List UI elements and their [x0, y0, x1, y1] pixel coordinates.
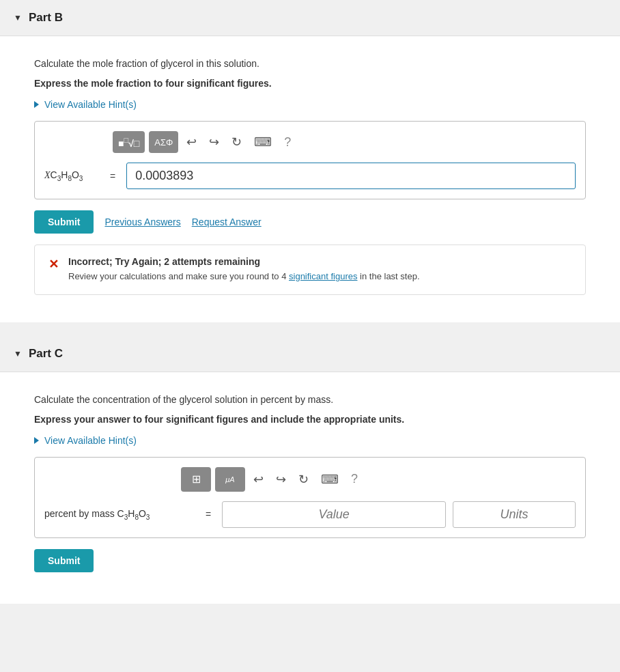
part-c-header: ▼ Part C	[0, 336, 620, 372]
part-b-toolbar: ■□√□ ΑΣΦ ↩ ↪ ↻ ⌨ ?	[44, 131, 576, 153]
part-b-hint-link[interactable]: View Available Hint(s)	[34, 99, 137, 110]
hint-arrow-icon	[34, 101, 39, 108]
part-c-title: Part C	[29, 347, 63, 361]
grid-template-button[interactable]: ⊞	[181, 467, 211, 492]
part-b-actions-row: Submit Previous Answers Request Answer	[34, 210, 586, 234]
part-b-title: Part B	[29, 11, 63, 25]
sub-3h8o3: 3	[57, 175, 61, 182]
part-b-description: Calculate the mole fraction of glycerol …	[34, 57, 586, 71]
part-b-instruction: Express the mole fraction to four signif…	[34, 76, 586, 91]
keyboard-c-button[interactable]: ⌨	[317, 471, 343, 488]
keyboard-button[interactable]: ⌨	[250, 133, 276, 151]
refresh-button[interactable]: ↻	[227, 133, 246, 151]
part-c-units-input[interactable]	[453, 501, 576, 528]
request-answer-button[interactable]: Request Answer	[192, 216, 262, 227]
part-c-equation-equals: =	[206, 509, 211, 520]
section-divider	[0, 322, 620, 336]
refresh-c-button[interactable]: ↻	[294, 471, 313, 488]
math-icon: ■□√□	[118, 136, 139, 149]
part-c-equation-label: percent by mass C3H8O3	[44, 508, 195, 521]
hint-c-arrow-icon	[34, 437, 39, 444]
part-c-collapse-arrow[interactable]: ▼	[14, 349, 22, 359]
greek-c-button[interactable]: μA	[215, 467, 245, 492]
grid-icon: ⊞	[192, 473, 201, 486]
part-c-submit-button[interactable]: Submit	[34, 549, 94, 572]
part-b-input-box: ■□√□ ΑΣΦ ↩ ↪ ↻ ⌨ ? XC3H8O3 = 0.0003893	[34, 121, 586, 199]
part-c-instruction: Express your answer to four significant …	[34, 412, 586, 427]
part-c-body: Calculate the concentration of the glyce…	[0, 372, 620, 604]
greek-icon: ΑΣΦ	[154, 137, 173, 148]
part-c-description: Calculate the concentration of the glyce…	[34, 393, 586, 407]
part-b-answer-input[interactable]: 0.0003893	[126, 163, 576, 189]
significant-figures-link[interactable]: significant figures	[289, 271, 357, 281]
math-template-button[interactable]: ■□√□	[113, 131, 145, 153]
part-b-equation-label: XC3H8O3	[44, 169, 99, 182]
error-content: Incorrect; Try Again; 2 attempts remaini…	[68, 256, 420, 283]
part-c-input-box: ⊞ μA ↩ ↪ ↻ ⌨ ? percent by mass C3H8O3 =	[34, 457, 586, 538]
error-body: Review your calculations and make sure y…	[68, 270, 420, 283]
part-c-equation-row: percent by mass C3H8O3 =	[44, 501, 576, 528]
part-c-actions-row: Submit	[34, 549, 586, 572]
help-button[interactable]: ?	[280, 134, 295, 151]
help-c-button[interactable]: ?	[347, 471, 362, 488]
error-icon: ✕	[48, 257, 59, 272]
part-c-value-input[interactable]	[222, 501, 446, 528]
part-b-body: Calculate the mole fraction of glycerol …	[0, 36, 620, 322]
part-b-submit-button[interactable]: Submit	[34, 210, 94, 234]
part-c-hint-link[interactable]: View Available Hint(s)	[34, 435, 137, 446]
greek-symbols-button[interactable]: ΑΣΦ	[149, 131, 178, 153]
greek-c-icon: μA	[225, 475, 234, 484]
equation-equals: =	[110, 171, 115, 182]
error-title: Incorrect; Try Again; 2 attempts remaini…	[68, 256, 420, 267]
part-b-error-box: ✕ Incorrect; Try Again; 2 attempts remai…	[34, 244, 586, 295]
part-c-toolbar: ⊞ μA ↩ ↪ ↻ ⌨ ?	[44, 467, 576, 492]
undo-button[interactable]: ↩	[182, 133, 201, 151]
part-b-collapse-arrow[interactable]: ▼	[14, 13, 22, 23]
part-b-header: ▼ Part B	[0, 0, 620, 36]
redo-button[interactable]: ↪	[205, 133, 223, 151]
undo-c-button[interactable]: ↩	[249, 471, 268, 488]
part-b-equation-row: XC3H8O3 = 0.0003893	[44, 163, 576, 189]
previous-answers-button[interactable]: Previous Answers	[104, 216, 180, 227]
redo-c-button[interactable]: ↪	[272, 471, 290, 488]
